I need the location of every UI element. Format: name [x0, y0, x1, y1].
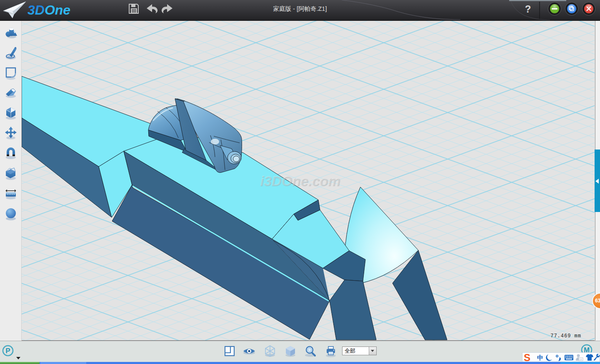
svg-text:?: ? [525, 3, 531, 15]
svg-text:i3DOne.com: i3DOne.com [260, 173, 340, 189]
svg-text:S: S [524, 353, 530, 362]
svg-text:14: 14 [579, 358, 582, 361]
svg-text:P: P [5, 347, 10, 355]
svg-text:中: 中 [537, 354, 543, 361]
svg-text:家庭版 - [阿帕奇.Z1]: 家庭版 - [阿帕奇.Z1] [273, 5, 327, 12]
svg-text:3DOne: 3DOne [28, 2, 70, 17]
